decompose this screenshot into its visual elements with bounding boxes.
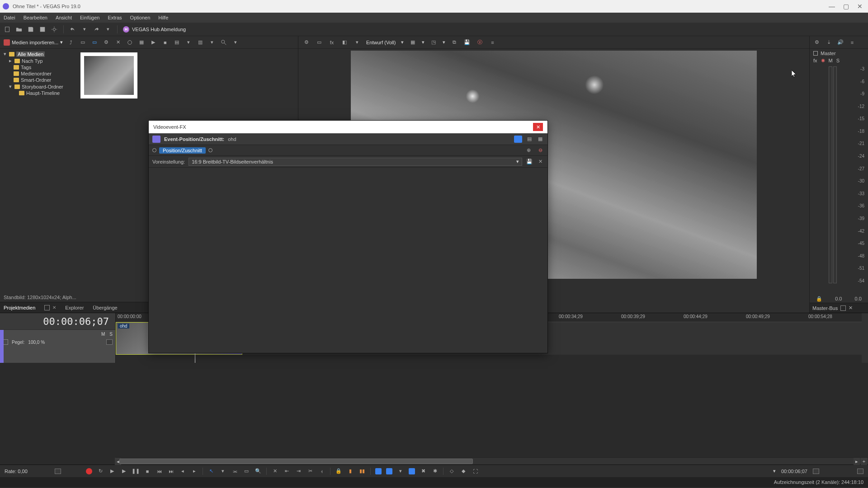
track-keyframe-icon[interactable]	[106, 339, 113, 345]
stop-button[interactable]: ■	[144, 468, 151, 475]
hub-signout[interactable]: H VEGAS Hub Abmeldung	[123, 26, 186, 33]
media-view-icon[interactable]: ▤	[173, 39, 180, 46]
close-window-button[interactable]: ✕	[857, 3, 863, 10]
render-icon[interactable]	[39, 26, 46, 33]
tree-tags[interactable]: Tags	[3, 64, 74, 70]
scroll-right-icon[interactable]: ▸	[854, 458, 860, 465]
capture-icon[interactable]: ⤴	[67, 39, 75, 46]
fx-bypass-icon[interactable]: ▤	[526, 136, 533, 143]
media-stop-icon[interactable]: ■	[161, 39, 169, 46]
fx-dialog-titlebar[interactable]: Videoevent-FX ✕	[149, 121, 547, 133]
import-dropdown-icon[interactable]: ▾	[60, 39, 63, 45]
remove-unused-icon[interactable]: ▭	[91, 39, 98, 46]
track-mute[interactable]: M	[101, 332, 105, 337]
tree-media-folders[interactable]: Medienordner	[3, 70, 74, 77]
video-event-fx-dialog[interactable]: Videoevent-FX ✕ Event-Position/Zuschnitt…	[148, 120, 548, 353]
zoom-tool[interactable]: 🔍	[255, 468, 262, 475]
tree-all-media[interactable]: ▾Alle Medien	[3, 51, 74, 57]
master-automation-icon[interactable]: ✺	[821, 58, 825, 64]
prev-frame-button[interactable]: ◂	[179, 468, 186, 475]
delete-preset-icon[interactable]: ✕	[537, 158, 544, 165]
master-bus-tab[interactable]: Master-Bus	[812, 305, 838, 311]
quantize-icon[interactable]	[409, 468, 415, 474]
lock-events-icon[interactable]: 🔒	[335, 468, 342, 475]
tab-close-icon[interactable]: ✕	[52, 305, 56, 310]
timeline-vscroll[interactable]	[862, 313, 868, 363]
master-fx[interactable]: fx	[813, 58, 817, 64]
tree-smart-folders[interactable]: Smart-Ordner	[3, 77, 74, 83]
menu-insert[interactable]: Einfügen	[80, 15, 99, 20]
fx-dialog-close-button[interactable]: ✕	[533, 123, 543, 131]
resize-icon[interactable]	[857, 469, 863, 474]
media-props-icon[interactable]	[126, 39, 133, 46]
split-button[interactable]: ✂	[307, 468, 314, 475]
copy-snapshot-icon[interactable]: ⧉	[451, 39, 458, 46]
record-button[interactable]	[86, 468, 92, 474]
region-icon[interactable]: ▮▮	[359, 468, 366, 475]
media-sort-icon[interactable]: ▥	[197, 39, 204, 46]
media-fx-icon[interactable]: ⚙	[103, 39, 110, 46]
master-output-icon[interactable]	[813, 51, 818, 56]
media-play-icon[interactable]: ▶	[150, 39, 157, 46]
fx-enable-icon[interactable]	[514, 136, 522, 143]
video-scope-icon[interactable]: Ⓥ	[476, 39, 483, 46]
preview-quality[interactable]: Entwurf (Voll)	[366, 40, 396, 45]
open-icon[interactable]	[15, 26, 23, 33]
snap-dropdown-icon[interactable]: ▾	[397, 468, 404, 475]
selection-tool-dropdown[interactable]: ▾	[219, 468, 226, 475]
play-button[interactable]: ▶	[120, 468, 127, 475]
tab-pin-icon[interactable]	[44, 305, 50, 310]
master-mute[interactable]: M	[829, 58, 833, 64]
delete-button[interactable]: ✕	[271, 468, 278, 475]
track-solo[interactable]: S	[109, 332, 113, 337]
media-generate-icon[interactable]: ▦	[138, 39, 145, 46]
media-thumbnail[interactable]	[80, 52, 137, 99]
lock-icon[interactable]: 🔒	[816, 296, 822, 302]
scroll-thumb[interactable]	[119, 459, 473, 464]
add-plugin-icon[interactable]: ⊕	[525, 147, 532, 154]
fx-plugin-chip[interactable]: Position/Zuschnitt	[159, 147, 206, 154]
snap-icon[interactable]	[386, 468, 392, 474]
downmix-icon[interactable]: ⇣	[825, 39, 832, 46]
play-start-button[interactable]: ▶	[108, 468, 116, 475]
tab-transitions[interactable]: Übergänge	[93, 305, 117, 310]
go-start-button[interactable]: ⏮	[156, 468, 163, 475]
chain-node-icon[interactable]	[208, 148, 212, 152]
master-solo[interactable]: S	[836, 58, 840, 64]
safe-areas-icon[interactable]: ◳	[430, 39, 437, 46]
marker-icon[interactable]: ▮	[347, 468, 354, 475]
search-dropdown-icon[interactable]: ▾	[232, 39, 239, 46]
auto-crossfade-icon[interactable]: ✱	[431, 468, 439, 475]
normal-edit-tool[interactable]: ↖	[208, 468, 215, 475]
rate-scrub-icon[interactable]	[55, 469, 61, 474]
menu-help[interactable]: Hilfe	[158, 15, 168, 20]
preview-fx-icon[interactable]: fx	[328, 39, 335, 46]
bus-close-icon[interactable]: ✕	[849, 305, 853, 311]
tree-storyboard[interactable]: ▾Storyboard-Ordner	[3, 83, 74, 90]
magnet-icon[interactable]: ⫘	[231, 468, 238, 475]
external-monitor-icon[interactable]: ▭	[316, 39, 323, 46]
media-sort-dropdown-icon[interactable]: ▾	[208, 39, 216, 46]
get-media-icon[interactable]: ▭	[79, 39, 86, 46]
expand-button[interactable]: ⛶	[472, 468, 479, 475]
menu-options[interactable]: Optionen	[130, 15, 151, 20]
dim-icon[interactable]: 🔊	[837, 39, 844, 46]
selection-tool[interactable]: ▭	[243, 468, 250, 475]
tab-project-media[interactable]: Projektmedien	[4, 305, 35, 310]
split-screen-icon[interactable]: ◧	[341, 39, 348, 46]
transport-timecode[interactable]: 00:00:06;07	[781, 469, 807, 474]
media-view-dropdown-icon[interactable]: ▾	[185, 39, 192, 46]
trim-start-button[interactable]: ⇤	[283, 468, 290, 475]
chain-node-icon[interactable]	[152, 148, 156, 152]
minimize-button[interactable]: —	[829, 3, 835, 10]
menu-view[interactable]: Ansicht	[56, 15, 72, 20]
track-color-handle[interactable]	[0, 330, 4, 363]
menu-edit[interactable]: Bearbeiten	[24, 15, 47, 20]
menu-file[interactable]: Datei	[4, 15, 15, 20]
master-faders-icon[interactable]: ≡	[849, 39, 856, 46]
properties-icon[interactable]	[51, 26, 58, 33]
tree-main-timeline[interactable]: Haupt-Timeline	[3, 90, 74, 96]
level-value[interactable]: 100,0 %	[28, 340, 45, 345]
event-group-icon[interactable]: ◆	[460, 468, 467, 475]
heal-button[interactable]: ⫞	[318, 468, 326, 475]
